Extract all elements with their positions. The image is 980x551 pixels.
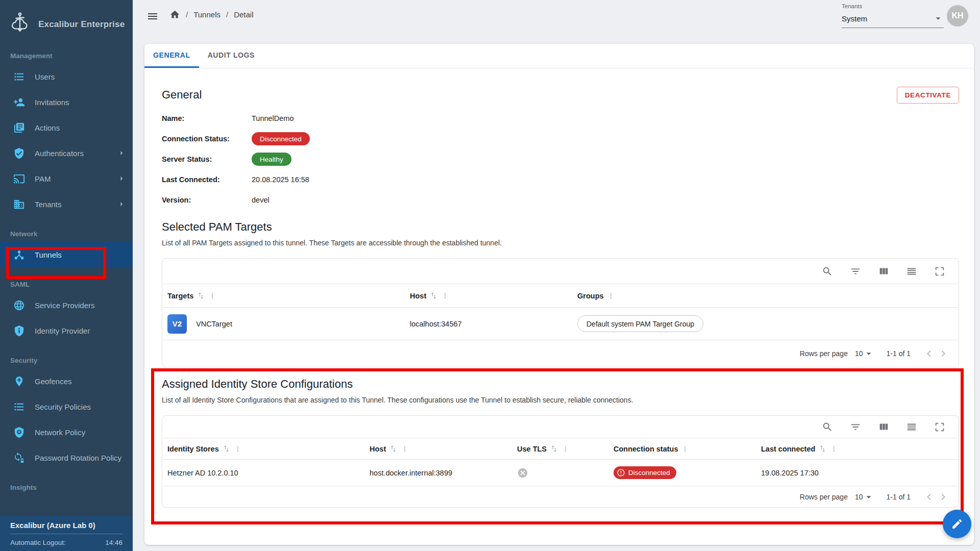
sidebar-item-identity-provider[interactable]: Identity Provider	[0, 318, 133, 343]
sidebar-item-authenticators[interactable]: Authenticators	[0, 140, 133, 166]
pam-targets-description: List of all PAM Targets assigned to this…	[162, 239, 959, 247]
tab-audit-logs[interactable]: AUDIT LOGS	[199, 44, 263, 68]
column-menu-icon[interactable]	[830, 445, 838, 453]
pam-target-group-chip[interactable]: Default system PAM Target Group	[577, 315, 703, 332]
column-menu-icon[interactable]	[561, 445, 570, 453]
nav-section-saml: SAML	[0, 267, 133, 292]
column-header-use-tls: Use TLS	[517, 445, 547, 453]
sidebar-item-actions[interactable]: Actions	[0, 115, 133, 140]
menu-icon[interactable]	[146, 10, 159, 22]
identity-store-name: Hetzner AD 10.2.0.10	[167, 469, 238, 477]
topbar: / Tunnels / Detail Tenants System KH	[133, 0, 980, 33]
building-icon	[13, 198, 25, 210]
breadcrumb-separator: /	[226, 10, 228, 19]
previous-page-button[interactable]	[922, 346, 936, 361]
column-menu-icon[interactable]	[208, 292, 216, 300]
columns-icon[interactable]	[878, 266, 889, 277]
sidebar-item-security-policies[interactable]: Security Policies	[0, 394, 133, 419]
fullscreen-icon[interactable]	[934, 266, 945, 277]
density-icon[interactable]	[906, 266, 917, 277]
tab-general[interactable]: GENERAL	[144, 44, 199, 68]
sidebar-item-tunnels[interactable]: Tunnels	[0, 242, 133, 267]
column-header-connection-status: Connection status	[614, 445, 678, 453]
shield-identity-icon	[13, 325, 25, 337]
sidebar-item-service-providers[interactable]: Service Providers	[0, 292, 133, 318]
sidebar-item-label: Service Providers	[35, 301, 95, 310]
rows-per-page-select[interactable]: 10	[855, 491, 874, 503]
breadcrumb-tunnels[interactable]: Tunnels	[193, 10, 220, 19]
columns-icon[interactable]	[878, 421, 889, 433]
environment-name: Excalibur (Azure Lab 0)	[10, 521, 122, 534]
nav-section-insights: Insights	[0, 470, 133, 495]
sidebar-item-invitations[interactable]: Invitations	[0, 89, 133, 115]
filter-icon[interactable]	[850, 421, 861, 433]
rows-per-page-select[interactable]: 10	[855, 348, 874, 359]
list-icon	[13, 71, 25, 83]
sidebar-item-users[interactable]: Users	[0, 64, 133, 89]
identity-stores-title: Assigned Identity Store Configurations	[162, 378, 959, 391]
sidebar-item-label: Tunnels	[35, 251, 62, 259]
sort-icon[interactable]	[389, 444, 398, 453]
table-header-row: Targets Host Groups	[162, 284, 959, 308]
table-row[interactable]: Hetzner AD 10.2.0.10 host.docker.interna…	[162, 460, 959, 486]
status-text: Disconnected	[628, 469, 670, 477]
rows-per-page-value: 10	[855, 493, 863, 501]
sidebar-item-geofences[interactable]: Geofences	[0, 368, 133, 394]
deactivate-button[interactable]: DEACTIVATE	[897, 87, 959, 104]
previous-page-button[interactable]	[922, 490, 936, 504]
column-header-identity-stores: Identity Stores	[167, 445, 219, 453]
dropdown-caret-icon	[933, 13, 944, 24]
column-menu-icon[interactable]	[234, 445, 242, 453]
fullscreen-icon[interactable]	[934, 421, 945, 433]
tab-bar: GENERAL AUDIT LOGS	[144, 44, 974, 68]
pagination-range: 1-1 of 1	[887, 349, 911, 358]
target-name: VNCTarget	[196, 320, 232, 328]
sort-icon[interactable]	[222, 444, 231, 453]
sidebar-item-label: PAM	[35, 174, 51, 183]
automatic-logout-label: Automatic Logout:	[10, 539, 66, 546]
sort-icon[interactable]	[197, 291, 205, 300]
user-avatar[interactable]: KH	[947, 5, 968, 27]
filter-icon[interactable]	[850, 266, 861, 277]
sync-lock-icon	[13, 452, 25, 464]
field-last-connected-label: Last Connected:	[162, 176, 252, 184]
sidebar-footer: Excalibur (Azure Lab 0) Automatic Logout…	[0, 516, 133, 551]
sidebar-item-password-rotation-policy[interactable]: Password Rotation Policy	[0, 445, 133, 470]
hub-icon	[13, 249, 25, 261]
column-header-targets: Targets	[167, 292, 193, 300]
sidebar-item-label: Actions	[35, 123, 60, 132]
chevron-right-icon	[116, 148, 127, 158]
sort-icon[interactable]	[429, 291, 438, 300]
sidebar-item-network-policy[interactable]: Network Policy	[0, 419, 133, 445]
target-host: localhost:34567	[410, 320, 462, 328]
connection-status-badge: Disconnected	[252, 132, 310, 145]
pagination-range: 1-1 of 1	[887, 493, 911, 501]
column-menu-icon[interactable]	[401, 445, 409, 453]
vnc-logo-icon: V2	[167, 314, 187, 334]
density-icon[interactable]	[906, 421, 917, 433]
tenant-select[interactable]: Tenants System	[842, 3, 944, 28]
rows-per-page-label: Rows per page	[800, 493, 848, 501]
table-header-row: Identity Stores Host Use TLS Connection …	[162, 438, 959, 460]
rows-per-page-label: Rows per page	[800, 349, 848, 358]
edit-fab-button[interactable]	[943, 510, 971, 538]
next-page-button[interactable]	[936, 346, 950, 361]
search-icon[interactable]	[822, 421, 833, 433]
shield-check-icon	[13, 147, 25, 159]
column-menu-icon[interactable]	[607, 292, 615, 300]
sidebar-item-tenants[interactable]: Tenants	[0, 191, 133, 217]
sidebar-item-pam[interactable]: PAM	[0, 166, 133, 191]
sort-icon[interactable]	[818, 444, 827, 453]
search-icon[interactable]	[822, 266, 833, 277]
nav-section-management: Management	[0, 49, 133, 64]
column-menu-icon[interactable]	[681, 445, 689, 453]
sidebar-item-label: Users	[35, 72, 55, 81]
sort-icon[interactable]	[550, 444, 558, 453]
table-row[interactable]: V2 VNCTarget localhost:34567 Default sys…	[162, 308, 959, 340]
shield-scan-icon	[13, 427, 25, 438]
identity-store-host: host.docker.internal:3899	[370, 469, 452, 477]
home-icon[interactable]	[169, 9, 180, 20]
next-page-button[interactable]	[936, 490, 950, 504]
field-name-label: Name:	[162, 114, 252, 122]
column-menu-icon[interactable]	[441, 292, 449, 300]
